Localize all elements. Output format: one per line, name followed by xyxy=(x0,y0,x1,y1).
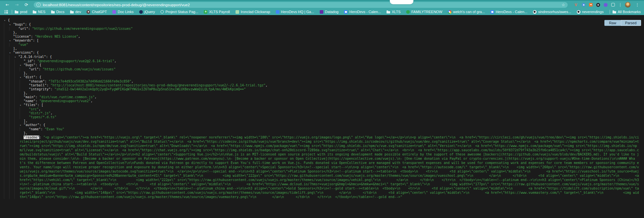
json-line: }, xyxy=(0,131,640,135)
json-line: "tarball": "http://localhost:8081/nexus/… xyxy=(0,83,640,87)
json-key: "files" xyxy=(24,103,37,107)
bookmark-item[interactable]: Datadog xyxy=(320,10,339,14)
bookmark-label: ChatGPT xyxy=(92,10,107,14)
back-icon[interactable]: ← xyxy=(3,2,11,8)
json-key: "integrity" xyxy=(29,87,50,91)
bookmark-item[interactable]: welch's can of gra... xyxy=(448,10,485,14)
bookmark-label: Ironclad Clickwrap xyxy=(241,10,270,14)
json-key: "shasum" xyxy=(29,80,45,83)
expander-icon[interactable]: ▾ xyxy=(14,55,18,59)
json-viewer: Raw Parsed ▾{▾"bugs": { "url": "https://… xyxy=(0,15,644,218)
json-line: "readme": "<p align=\"center\"><a href=\… xyxy=(0,135,640,199)
folder-icon xyxy=(33,11,36,13)
bookmark-item[interactable]: dev xyxy=(70,10,81,14)
expander-icon[interactable]: ▾ xyxy=(20,76,24,80)
datadog-favicon xyxy=(320,10,323,14)
profile-avatar[interactable] xyxy=(625,2,631,8)
bookmark-label: Project Status Pag... xyxy=(165,10,198,14)
expander-icon[interactable]: ▾ xyxy=(9,51,13,55)
json-string-value: "dist/*.js" xyxy=(29,111,50,115)
bookmark-label: HeroDevs - Calen... xyxy=(349,10,381,14)
purple-circle-extension-icon[interactable] xyxy=(604,3,608,7)
site-info-icon[interactable]: i xyxy=(36,3,41,7)
bookmark-label: welch's can of gra... xyxy=(453,10,485,14)
megaphone-extension-icon[interactable] xyxy=(589,3,593,7)
bookmark-item[interactable]: HeroDevs - Calen... xyxy=(490,10,527,14)
json-line: "_id": "@neverendingsupport/vue2@2.6.14-… xyxy=(0,59,640,63)
forward-icon[interactable]: → xyxy=(13,2,21,8)
bluesq-favicon xyxy=(276,10,279,14)
bookmark-item[interactable]: HeroDevs - Calen... xyxy=(344,10,381,14)
all-bookmarks-button[interactable]: All Bookmarks xyxy=(613,10,641,14)
vimium-extension-icon[interactable]: V xyxy=(574,3,578,7)
ironclad-favicon xyxy=(236,10,239,14)
bookmark-item[interactable]: HeroDevs HQ | Ga... xyxy=(276,10,314,14)
bookmark-label: Doc Links xyxy=(118,10,133,14)
bookmark-label: prod xyxy=(20,10,27,14)
reload-icon[interactable]: ⟳ xyxy=(22,2,30,8)
bookmark-item[interactable]: Doc Links xyxy=(112,10,133,14)
json-line: "shasum": "7d71c7e4d93ce50382a7d496dd216… xyxy=(0,80,640,83)
expander-icon[interactable]: ▾ xyxy=(4,19,8,23)
pin-extension-icon[interactable] xyxy=(582,3,585,7)
json-key: "url" xyxy=(29,67,39,71)
json-line: "integrity": "sha512-Uwl4AV2aIokQp9j2yqD… xyxy=(0,87,640,91)
bookmark-item[interactable]: XLTS Payroll xyxy=(204,10,230,14)
calendar-favicon xyxy=(344,10,348,14)
json-key: "license" xyxy=(13,35,31,38)
json-key: "_id" xyxy=(24,59,33,63)
json-key: "name" xyxy=(29,127,41,131)
json-string-value: "@neverendingsupport/vue2" xyxy=(39,99,91,103)
ftn-favicon xyxy=(406,10,410,14)
bookmark-item[interactable]: XLTS xyxy=(387,10,401,14)
bookmark-label: HeroDevs HQ | Ga... xyxy=(281,10,314,14)
expander-icon[interactable]: ▾ xyxy=(20,64,24,67)
bookmark-item[interactable]: neverendingsuppo... xyxy=(577,10,604,14)
browser-menu-icon[interactable]: ⋮ xyxy=(634,2,641,7)
json-line: "name": "Evan You" xyxy=(0,127,640,131)
json-line: ▾"keywords": [ xyxy=(0,39,640,43)
bookmark-item[interactable]: jQuery xyxy=(139,10,155,14)
expander-icon[interactable]: ▾ xyxy=(20,123,24,127)
bookmark-item[interactable]: NES xyxy=(33,10,46,14)
folder-icon xyxy=(15,11,18,13)
bookmark-item[interactable]: prod xyxy=(15,10,27,14)
expander-icon[interactable]: ▾ xyxy=(20,103,24,107)
bookmarks-divider xyxy=(12,10,12,14)
bookmark-item[interactable]: ChatGPT xyxy=(86,10,107,14)
github-favicon xyxy=(577,10,580,14)
dark-circle-extension-icon[interactable] xyxy=(596,3,600,7)
github-favicon xyxy=(533,10,537,14)
bookmark-item[interactable]: Ironclad Clickwrap xyxy=(236,10,270,14)
json-key: "keywords" xyxy=(13,39,33,42)
json-key: "versions" xyxy=(13,51,33,54)
json-key: "bugs" xyxy=(24,63,35,67)
json-line: }, xyxy=(0,91,640,95)
json-key: "main" xyxy=(24,95,35,99)
json-key: "bugs" xyxy=(13,23,25,26)
json-line: ▾"versions": { xyxy=(0,51,640,55)
json-line: "types/*.d.ts" xyxy=(0,115,640,119)
expander-icon[interactable]: ▾ xyxy=(9,39,13,43)
bookmark-star-icon[interactable]: ☆ xyxy=(561,3,565,7)
bookmark-label: NES xyxy=(38,10,46,14)
raw-button[interactable]: Raw xyxy=(604,20,621,26)
json-string-value: "sha512-Uwl4AV2aIokQp9j2yqD+FygWPIXGqW7Y… xyxy=(54,87,246,91)
expander-icon[interactable]: ▾ xyxy=(9,23,13,27)
json-line: "name": "@neverendingsupport/vue2", xyxy=(0,99,640,103)
json-key: "author" xyxy=(24,123,39,127)
json-string-value: "<p align=\"center\"><a href=\"https://v… xyxy=(20,136,641,199)
apps-grid-icon[interactable] xyxy=(5,10,8,13)
bookmark-item[interactable]: Docs xyxy=(51,10,65,14)
json-line: }, xyxy=(0,31,640,35)
bookmark-label: FAMILYTREENOW xyxy=(411,10,443,14)
bookmark-item[interactable]: Project Status Pag... xyxy=(161,10,198,14)
json-string-value: "http://localhost:8081/nexus/content/rep… xyxy=(50,83,265,87)
bookmark-item[interactable]: FAMILYTREENOW xyxy=(406,10,443,14)
extensions-puzzle-icon[interactable] xyxy=(611,3,615,7)
json-line: ▾"bugs": { xyxy=(0,63,640,67)
bookmark-item[interactable]: sindresorhus/awes... xyxy=(533,10,571,14)
parsed-button[interactable]: Parsed xyxy=(621,20,641,26)
address-bar[interactable]: i localhost:8081/nexus/content/repositor… xyxy=(34,2,568,8)
extensions-tray: V xyxy=(574,3,615,7)
